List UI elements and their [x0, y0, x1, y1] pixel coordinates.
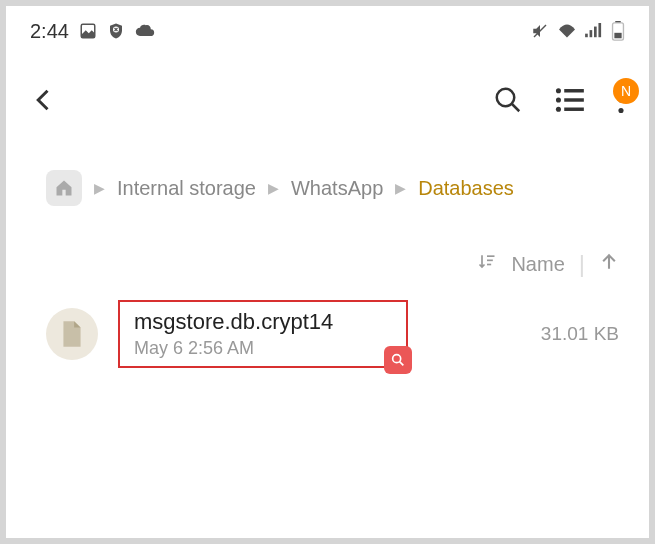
divider: |: [579, 250, 585, 278]
signal-icon: [585, 23, 603, 39]
svg-rect-4: [590, 30, 593, 37]
chevron-right-icon: ▶: [94, 180, 105, 196]
view-toggle-button[interactable]: [555, 87, 585, 117]
file-name: msgstore.db.crypt14: [134, 308, 392, 337]
wifi-icon: [557, 23, 577, 39]
svg-point-16: [556, 107, 561, 112]
svg-point-12: [556, 88, 561, 93]
sort-icon[interactable]: [477, 252, 497, 277]
svg-rect-17: [564, 108, 584, 111]
highlight-box: msgstore.db.crypt14 May 6 2:56 AM: [118, 300, 408, 368]
toolbar: N: [6, 52, 649, 142]
svg-point-14: [556, 97, 561, 102]
breadcrumb-item[interactable]: WhatsApp: [291, 177, 383, 200]
svg-line-11: [512, 104, 520, 112]
chevron-right-icon: ▶: [395, 180, 406, 196]
svg-line-25: [399, 361, 403, 365]
svg-point-20: [618, 108, 623, 113]
file-icon: [46, 308, 98, 360]
status-bar: 2:44: [6, 6, 649, 52]
battery-icon: [611, 21, 625, 41]
chevron-right-icon: ▶: [268, 180, 279, 196]
sort-label[interactable]: Name: [511, 253, 564, 276]
magnify-icon: [384, 346, 412, 374]
sort-row: Name |: [6, 226, 649, 288]
cloud-icon: [135, 24, 155, 38]
svg-rect-6: [598, 23, 601, 37]
file-date: May 6 2:56 AM: [134, 337, 392, 360]
image-icon: [79, 22, 97, 40]
file-row[interactable]: msgstore.db.crypt14 May 6 2:56 AM 31.01 …: [6, 288, 649, 380]
status-right: [531, 21, 625, 41]
search-button[interactable]: [493, 85, 523, 119]
breadcrumb-item[interactable]: Internal storage: [117, 177, 256, 200]
file-size: 31.01 KB: [519, 323, 619, 345]
status-time: 2:44: [30, 20, 69, 43]
breadcrumb-home[interactable]: [46, 170, 82, 206]
shield-icon: [107, 22, 125, 40]
notification-badge: N: [613, 78, 639, 104]
status-left: 2:44: [30, 20, 155, 43]
mute-icon: [531, 22, 549, 40]
svg-rect-13: [564, 89, 584, 92]
svg-rect-5: [594, 27, 597, 38]
back-button[interactable]: [30, 86, 58, 118]
svg-point-10: [497, 89, 515, 107]
svg-rect-3: [585, 34, 588, 38]
svg-rect-15: [564, 98, 584, 101]
breadcrumb: ▶ Internal storage ▶ WhatsApp ▶ Database…: [6, 142, 649, 226]
breadcrumb-current: Databases: [418, 177, 514, 200]
sort-direction-button[interactable]: [599, 252, 619, 277]
svg-rect-9: [614, 33, 621, 38]
